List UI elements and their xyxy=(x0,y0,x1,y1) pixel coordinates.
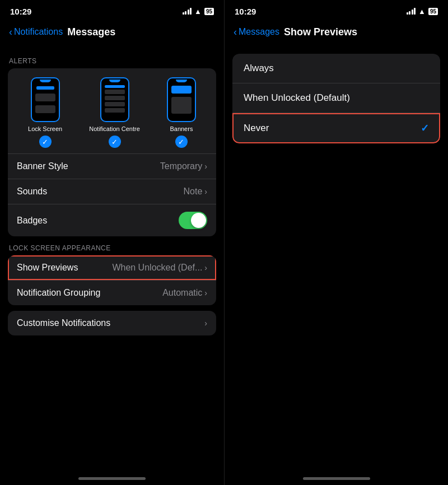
battery-icon-right: 95 xyxy=(428,8,438,15)
lock-screen-check: ✓ xyxy=(39,136,52,148)
home-bar-right xyxy=(303,477,370,480)
customise-notifications-row[interactable]: Customise Notifications › xyxy=(8,311,216,335)
chevron-left-icon: ‹ xyxy=(9,27,12,37)
alerts-section-label: ALERTS xyxy=(0,57,224,65)
alerts-card: Lock Screen ✓ Not xyxy=(8,68,216,236)
banner-style-label: Banner Style xyxy=(17,161,68,171)
preview-options-group: Always When Unlocked (Default) Never ✓ xyxy=(232,54,440,143)
badges-toggle[interactable] xyxy=(179,212,207,229)
signal-icon xyxy=(183,8,192,15)
left-panel: 10:29 ▲ 95 ‹ Notifications Messages ALER… xyxy=(0,0,224,485)
chevron-left-icon-right: ‹ xyxy=(234,27,237,37)
customise-notifications-chevron: › xyxy=(204,319,207,328)
status-bar-right: 10:29 ▲ 95 xyxy=(225,0,448,20)
wifi-icon: ▲ xyxy=(194,7,202,16)
nc-check: ✓ xyxy=(109,136,121,148)
nav-bar-left: ‹ Notifications Messages xyxy=(0,20,224,45)
banners-screen-content xyxy=(168,82,195,121)
back-label-left: Notifications xyxy=(14,27,63,37)
customise-card: Customise Notifications › xyxy=(8,311,216,335)
content-left: ALERTS Lock Screen ✓ xyxy=(0,45,224,472)
right-panel: 10:29 ▲ 95 ‹ Messages Show Previews Alwa… xyxy=(224,0,448,485)
banners-check: ✓ xyxy=(175,136,188,148)
notification-grouping-label: Notification Grouping xyxy=(17,288,100,298)
preview-option-always[interactable]: Always xyxy=(232,54,440,83)
customise-notifications-value: › xyxy=(204,319,207,328)
sounds-label: Sounds xyxy=(17,186,47,197)
nc-mockup xyxy=(100,77,129,122)
nav-bar-right: ‹ Messages Show Previews xyxy=(225,20,448,45)
show-previews-chevron: › xyxy=(204,263,207,272)
banner-style-value: Temporary › xyxy=(160,161,207,171)
never-checkmark: ✓ xyxy=(421,122,429,134)
notification-grouping-row[interactable]: Notification Grouping Automatic › xyxy=(8,280,216,305)
alert-item-banners[interactable]: Banners ✓ xyxy=(167,77,196,148)
page-title-right: Show Previews xyxy=(284,26,357,38)
alert-icons-row: Lock Screen ✓ Not xyxy=(8,68,216,153)
time-left: 10:29 xyxy=(10,7,31,16)
back-button-right[interactable]: ‹ Messages xyxy=(234,27,279,37)
preview-option-never[interactable]: Never ✓ xyxy=(232,113,440,143)
signal-icon-right xyxy=(407,8,416,15)
back-button-left[interactable]: ‹ Notifications xyxy=(9,27,63,37)
preview-never-label: Never xyxy=(244,123,269,134)
badges-label: Badges xyxy=(17,216,47,226)
battery-icon: 95 xyxy=(204,8,214,15)
nc-screen-content xyxy=(101,82,128,121)
show-previews-label: Show Previews xyxy=(17,263,78,273)
sounds-value: Note › xyxy=(184,186,207,197)
wifi-icon-right: ▲ xyxy=(418,7,426,16)
status-bar-left: 10:29 ▲ 95 xyxy=(0,0,224,20)
preview-always-label: Always xyxy=(244,63,274,74)
page-title-left: Messages xyxy=(67,26,115,38)
preview-option-when-unlocked[interactable]: When Unlocked (Default) xyxy=(232,83,440,113)
status-icons-right: ▲ 95 xyxy=(407,7,438,16)
alert-item-lock-screen[interactable]: Lock Screen ✓ xyxy=(28,77,62,148)
show-previews-row[interactable]: Show Previews When Unlocked (Def... › xyxy=(8,255,216,280)
banners-label: Banners xyxy=(170,125,193,132)
banner-style-row[interactable]: Banner Style Temporary › xyxy=(8,153,216,179)
back-label-right: Messages xyxy=(239,27,279,37)
badges-row[interactable]: Badges xyxy=(8,204,216,236)
time-right: 10:29 xyxy=(235,7,256,16)
toggle-knob xyxy=(191,213,206,228)
status-icons-left: ▲ 95 xyxy=(183,7,214,16)
home-indicator-left xyxy=(0,472,224,485)
sounds-row[interactable]: Sounds Note › xyxy=(8,179,216,204)
lock-screen-card: Show Previews When Unlocked (Def... › No… xyxy=(8,255,216,305)
home-bar-left xyxy=(78,477,146,480)
lock-screen-content xyxy=(32,82,59,121)
notification-grouping-value: Automatic › xyxy=(162,288,207,298)
lock-screen-section-label: LOCK SCREEN APPEARANCE xyxy=(0,244,224,252)
lock-screen-mockup xyxy=(31,77,60,122)
banner-style-chevron: › xyxy=(204,162,207,171)
alert-item-nc[interactable]: Notification Centre ✓ xyxy=(89,77,140,148)
customise-notifications-label: Customise Notifications xyxy=(17,318,110,328)
sounds-chevron: › xyxy=(204,187,207,196)
preview-when-unlocked-label: When Unlocked (Default) xyxy=(244,92,350,104)
show-previews-value: When Unlocked (Def... › xyxy=(112,263,207,273)
notification-grouping-chevron: › xyxy=(204,288,207,297)
banners-mockup xyxy=(167,77,196,122)
home-indicator-right xyxy=(225,472,448,485)
lock-screen-label: Lock Screen xyxy=(28,125,62,132)
nc-label: Notification Centre xyxy=(89,125,140,132)
